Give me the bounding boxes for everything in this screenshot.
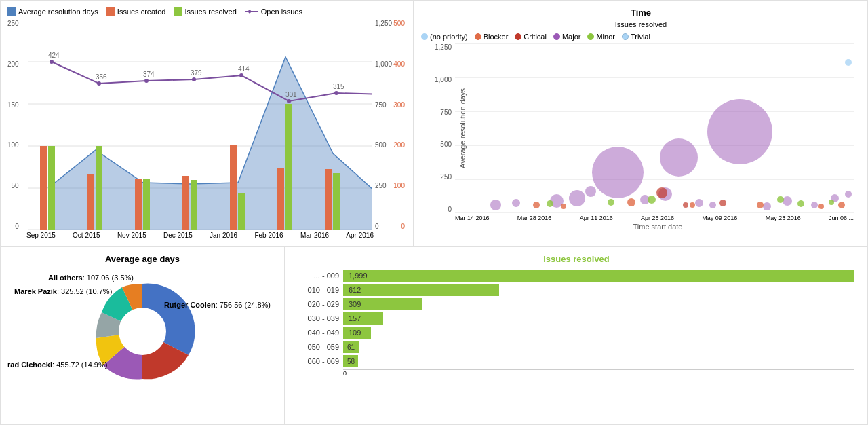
legend-major-dot	[553, 33, 560, 40]
svg-point-22	[50, 60, 54, 64]
hbar-bar-019: 612	[343, 284, 499, 296]
grid-lines: 424 356 374 379 414 301 315 313	[28, 20, 372, 230]
legend-open-icon	[245, 11, 258, 12]
hbar-chart-title: Issues resolved	[292, 254, 861, 264]
svg-point-69	[818, 204, 824, 209]
hbar-chart-panel: Issues resolved ... - 009 1,999 010 - 01…	[285, 246, 868, 425]
svg-point-60	[845, 191, 852, 198]
legend-major-label: Major	[562, 33, 581, 41]
svg-point-44	[592, 147, 644, 198]
legend-trivial: Trivial	[622, 33, 650, 41]
legend-created-icon	[106, 7, 115, 16]
hbar-container-059: 61	[343, 341, 854, 353]
pie-chart-panel: Average age days All others: 107.06 (3.5…	[0, 246, 285, 425]
svg-text:379: 379	[191, 69, 202, 77]
svg-point-79	[719, 200, 726, 206]
svg-rect-8	[135, 179, 142, 230]
legend-no-priority-dot	[421, 33, 428, 40]
svg-point-27	[287, 99, 291, 103]
svg-rect-9	[182, 176, 189, 230]
bar-chart-legend: Average resolution days Issues created I…	[7, 7, 406, 16]
svg-rect-18	[238, 193, 245, 230]
hbar-value-059: 61	[346, 344, 355, 351]
svg-point-45	[660, 138, 698, 177]
svg-rect-12	[325, 169, 332, 230]
legend-minor-label: Minor	[596, 33, 615, 41]
legend-resolved-label: Issues resolved	[184, 7, 236, 16]
svg-point-67	[690, 202, 695, 208]
hbar-chart-body: ... - 009 1,999 010 - 019 612 020 - 029	[292, 267, 861, 367]
bubble-svg	[455, 43, 854, 213]
hbar-value-029: 309	[346, 300, 361, 308]
svg-point-76	[829, 200, 834, 205]
legend-blocker-dot	[475, 33, 481, 40]
hbar-bar-009: 1,999	[343, 270, 854, 282]
svg-point-25	[192, 77, 196, 81]
svg-point-51	[585, 186, 596, 197]
hbar-bar-049: 109	[343, 327, 371, 339]
hbar-label-049: 040 - 049	[299, 329, 343, 337]
legend-avg-res-icon	[7, 7, 16, 16]
hbar-row-009: ... - 009 1,999	[299, 270, 854, 282]
svg-rect-20	[333, 173, 340, 230]
legend-issues-created: Issues created	[106, 7, 166, 16]
legend-created-label: Issues created	[117, 7, 166, 16]
svg-point-61	[845, 59, 852, 66]
hbar-label-039: 030 - 039	[299, 314, 343, 322]
hbar-value-019: 612	[346, 286, 361, 294]
svg-text:414: 414	[238, 65, 250, 73]
svg-rect-14	[48, 146, 55, 230]
svg-point-64	[533, 202, 540, 208]
legend-no-priority: (no priority)	[421, 33, 468, 41]
hbar-value-069: 58	[346, 358, 355, 365]
bar-line-chart-panel: Average resolution days Issues created I…	[0, 0, 414, 246]
pie-label-all-others: All others: 107.06 (3.5%)	[48, 274, 134, 282]
svg-point-68	[757, 202, 764, 208]
svg-point-77	[656, 187, 667, 198]
legend-open-label: Open issues	[261, 7, 302, 16]
svg-point-70	[838, 202, 845, 208]
svg-text:424: 424	[48, 52, 60, 59]
pie-label-marek: Marek Pazik: 325.52 (10.7%)	[14, 287, 112, 295]
bubble-x-labels: Mar 14 2016 Mar 28 2016 Apr 11 2016 Apr …	[455, 215, 854, 221]
svg-point-65	[561, 204, 566, 209]
hbar-container-049: 109	[343, 327, 854, 339]
svg-point-74	[777, 196, 784, 203]
svg-point-54	[695, 199, 703, 207]
legend-major: Major	[553, 33, 581, 41]
legend-critical: Critical	[515, 33, 547, 41]
svg-point-66	[627, 198, 635, 206]
hbar-row-029: 020 - 029 309	[299, 298, 854, 310]
svg-rect-6	[40, 146, 47, 230]
pie-label-rutger: Rutger Coolen: 756.56 (24.8%)	[164, 301, 271, 309]
bubble-x-axis-label: Time start date	[455, 223, 861, 231]
bubble-y-axis: 1,2501,0007505002500	[435, 43, 452, 213]
svg-rect-19	[285, 104, 292, 230]
hbar-label-069: 060 - 069	[299, 357, 343, 365]
legend-issues-resolved: Issues resolved	[174, 7, 236, 16]
legend-open-issues: Open issues	[245, 7, 302, 16]
svg-point-28	[334, 91, 338, 95]
svg-text:315: 315	[333, 83, 344, 90]
svg-point-23	[97, 81, 101, 86]
hbar-label-059: 050 - 059	[299, 343, 343, 351]
svg-point-72	[608, 199, 614, 206]
legend-blocker-label: Blocker	[484, 33, 509, 41]
hbar-container-039: 157	[343, 312, 854, 325]
legend-critical-dot	[515, 33, 521, 40]
legend-blocker: Blocker	[475, 33, 509, 41]
svg-point-26	[239, 73, 243, 77]
svg-rect-7	[87, 174, 94, 230]
hbar-bar-029: 309	[343, 298, 422, 310]
pie-chart-title: Average age days	[7, 254, 277, 264]
hbar-label-019: 010 - 019	[299, 286, 343, 294]
y-axis-left: 250200150100500	[7, 20, 19, 230]
bubble-chart-title: Time	[421, 7, 861, 18]
hbar-label-009: ... - 009	[299, 272, 343, 280]
svg-point-58	[811, 202, 818, 208]
hbar-container-019: 612	[343, 284, 854, 296]
svg-point-24	[144, 79, 149, 83]
bubble-chart-subtitle: Issues resolved	[421, 20, 861, 29]
bubble-chart-panel: Time Issues resolved (no priority) Block…	[414, 0, 868, 246]
svg-point-71	[547, 200, 553, 207]
